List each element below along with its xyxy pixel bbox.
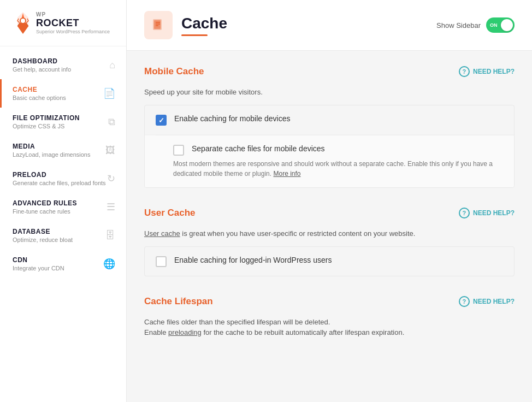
show-sidebar-toggle[interactable]: ON xyxy=(486,17,515,33)
show-sidebar-area: Show Sidebar ON xyxy=(436,17,515,33)
cache-lifespan-section: Cache Lifespan ? NEED HELP? Cache files … xyxy=(144,296,515,336)
logo: WP ROCKET Superior WordPress Performance xyxy=(13,11,113,35)
enable-mobile-caching-label[interactable]: Enable caching for mobile devices xyxy=(156,114,290,126)
show-sidebar-label: Show Sidebar xyxy=(436,21,481,29)
sidebar-item-preload[interactable]: PRELOAD Generate cache files, preload fo… xyxy=(0,164,126,193)
page-icon xyxy=(144,11,173,39)
need-help-icon: ? xyxy=(459,66,470,77)
sections-container: Mobile Cache ? NEED HELP? Speed up your … xyxy=(127,51,532,356)
user-cache-link[interactable]: User cache xyxy=(144,229,180,238)
more-info-link[interactable]: More info xyxy=(273,170,300,178)
sidebar-item-dashboard[interactable]: DASHBOARD Get help, account info ⌂ xyxy=(0,51,126,79)
logo-text: WP ROCKET Superior WordPress Performance xyxy=(36,11,110,34)
user-cache-need-help-link[interactable]: ? NEED HELP? xyxy=(459,208,515,218)
user-cache-title: User Cache xyxy=(144,208,196,218)
cdn-icon: 🌐 xyxy=(103,258,115,270)
cache-lifespan-need-help-link[interactable]: ? NEED HELP? xyxy=(459,296,515,307)
sidebar-item-advanced-rules[interactable]: ADVANCED RULES Fine-tune cache rules ☰ xyxy=(0,193,126,221)
toggle-on-label: ON xyxy=(490,22,498,28)
enable-logged-in-caching-text: Enable caching for logged-in WordPress u… xyxy=(174,256,332,264)
logo-wp-label: WP xyxy=(36,11,110,17)
page-title: Cache xyxy=(181,15,227,32)
mobile-cache-need-help-link[interactable]: ? NEED HELP? xyxy=(459,66,515,77)
enable-mobile-caching-row: Enable caching for mobile devices xyxy=(145,105,514,135)
logo-rocket-label: ROCKET xyxy=(36,17,110,29)
main-header: Cache Show Sidebar ON xyxy=(127,0,532,51)
advanced-rules-icon: ☰ xyxy=(107,201,115,213)
mobile-cache-options-box: Enable caching for mobile devices Separa… xyxy=(144,105,515,188)
sidebar-nav: DASHBOARD Get help, account info ⌂ CACHE… xyxy=(0,46,126,402)
cache-lifespan-desc2: Enable preloading for the cache to be re… xyxy=(144,328,515,336)
database-icon: 🗄 xyxy=(105,230,115,241)
user-cache-description: User cache is great when you have user-s… xyxy=(144,229,515,238)
mobile-cache-section: Mobile Cache ? NEED HELP? Speed up your … xyxy=(144,66,515,188)
preload-icon: ↻ xyxy=(107,173,115,185)
enable-mobile-caching-text: Enable caching for mobile devices xyxy=(174,114,290,123)
enable-logged-in-caching-row: Enable caching for logged-in WordPress u… xyxy=(145,247,514,276)
preloading-link[interactable]: preloading xyxy=(168,328,202,336)
enable-mobile-caching-checkbox[interactable] xyxy=(156,115,167,126)
cache-page-icon xyxy=(151,17,166,33)
user-cache-options-box: Enable caching for logged-in WordPress u… xyxy=(144,246,515,276)
sidebar-item-media[interactable]: MEDIA LazyLoad, image dimensions 🖼 xyxy=(0,136,126,164)
mobile-cache-need-help-label: NEED HELP? xyxy=(473,68,515,75)
sidebar: WP ROCKET Superior WordPress Performance… xyxy=(0,0,127,402)
toggle-knob xyxy=(501,19,513,31)
page-title-underline xyxy=(181,34,208,36)
cache-lifespan-header: Cache Lifespan ? NEED HELP? xyxy=(144,296,515,314)
svg-rect-2 xyxy=(154,20,161,29)
separate-cache-mobile-text: Separate cache files for mobile devices xyxy=(192,144,325,153)
user-cache-section: User Cache ? NEED HELP? User cache is gr… xyxy=(144,208,515,276)
logo-tagline-label: Superior WordPress Performance xyxy=(36,29,110,34)
dashboard-icon: ⌂ xyxy=(109,60,115,71)
sidebar-item-cdn[interactable]: CDN Integrate your CDN 🌐 xyxy=(0,250,126,278)
separate-cache-mobile-row: Separate cache files for mobile devices … xyxy=(145,135,514,187)
separate-cache-mobile-label[interactable]: Separate cache files for mobile devices xyxy=(173,144,503,156)
media-icon: 🖼 xyxy=(105,145,115,156)
sidebar-item-cache[interactable]: CACHE Basic cache options 📄 xyxy=(0,79,126,108)
separate-cache-mobile-description: Most modern themes are responsive and sh… xyxy=(173,159,503,179)
logo-area: WP ROCKET Superior WordPress Performance xyxy=(0,0,126,46)
wp-rocket-logo-icon xyxy=(13,11,33,35)
mobile-cache-header: Mobile Cache ? NEED HELP? xyxy=(144,66,515,84)
sidebar-item-database[interactable]: DATABASE Optimize, reduce bloat 🗄 xyxy=(0,221,126,250)
enable-logged-in-caching-label[interactable]: Enable caching for logged-in WordPress u… xyxy=(156,256,332,267)
user-cache-header: User Cache ? NEED HELP? xyxy=(144,208,515,225)
cache-icon: 📄 xyxy=(103,87,115,99)
user-cache-need-help-label: NEED HELP? xyxy=(473,209,515,217)
cache-lifespan-help-icon: ? xyxy=(459,296,470,307)
sidebar-item-file-optimization[interactable]: FILE OPTIMIZATION Optimize CSS & JS ⧉ xyxy=(0,108,126,136)
main-content-area: Cache Show Sidebar ON Mobile Cache ? NEE… xyxy=(127,0,532,402)
cache-lifespan-need-help-label: NEED HELP? xyxy=(473,298,515,305)
mobile-cache-description: Speed up your site for mobile visitors. xyxy=(144,88,515,96)
cache-lifespan-title: Cache Lifespan xyxy=(144,296,213,307)
svg-point-0 xyxy=(20,18,26,23)
cache-lifespan-desc1: Cache files older than the specified lif… xyxy=(144,318,515,326)
user-cache-help-icon: ? xyxy=(459,208,470,218)
mobile-cache-title: Mobile Cache xyxy=(144,66,204,77)
separate-cache-mobile-checkbox[interactable] xyxy=(173,145,184,156)
file-optimization-icon: ⧉ xyxy=(108,116,115,128)
enable-logged-in-caching-checkbox[interactable] xyxy=(156,256,167,267)
